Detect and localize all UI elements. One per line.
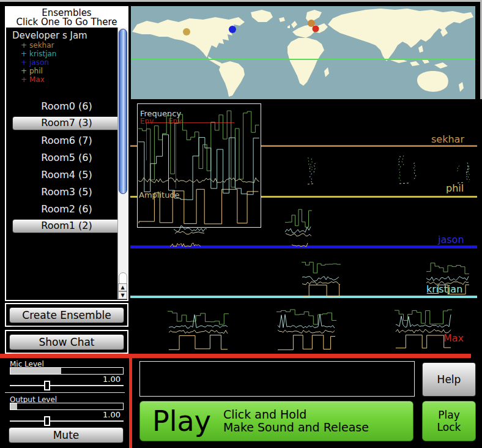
room-row: Room0 (6) (6, 97, 127, 114)
location-marker-phil (308, 20, 315, 27)
room-item[interactable]: Room4 (5) (41, 169, 92, 181)
track-label-sekhar: sekhar (431, 135, 464, 144)
waveform-trace (402, 155, 404, 166)
output-meter-fill (10, 403, 17, 409)
red-divider-bar (0, 354, 471, 358)
waveform-trace (396, 335, 451, 348)
ensemble-list-scrollbar[interactable]: ▲ ▼ (117, 28, 127, 299)
member-plus-icon: + (21, 41, 29, 50)
member-name: kristjan (29, 50, 56, 58)
track-label-kristjan: kristjan (426, 285, 462, 294)
waveform-trace (467, 166, 469, 174)
room-row: Room6 (7) (6, 132, 127, 149)
room-list: Room0 (6)Room7 (3)Room6 (7)Room5 (6)Room… (6, 97, 127, 234)
waveform-trace (169, 330, 228, 334)
waveform-trace (278, 330, 335, 333)
waveform-trace (396, 329, 451, 333)
member-item[interactable]: +jason (6, 58, 127, 67)
scroll-down-icon[interactable]: ▼ (118, 291, 127, 299)
room-row: Room5 (6) (6, 149, 127, 166)
waveform-trace (169, 335, 228, 350)
create-ensemble-container: Create Ensemble (5, 303, 128, 327)
mic-slider-thumb[interactable] (44, 381, 50, 390)
transport-panel: Help Play Click and Hold Make Sound and … (132, 358, 482, 448)
waveform-trace (399, 183, 409, 184)
play-lock-button[interactable]: Play Lock (422, 401, 476, 441)
play-button[interactable]: Play Click and Hold Make Sound and Relea… (139, 401, 413, 441)
waveform-trace (278, 335, 335, 350)
help-button[interactable]: Help (422, 362, 476, 397)
member-plus-icon: + (21, 67, 29, 75)
output-level-meter (10, 403, 124, 410)
room-row: Room4 (5) (6, 166, 127, 183)
play-lock-line2: Lock (426, 421, 472, 433)
show-chat-button[interactable]: Show Chat (9, 334, 124, 350)
ensemble-app-window: Ensembles Click One To Go There Develope… (0, 0, 482, 448)
location-marker-jason (229, 26, 236, 33)
member-name: phil (29, 67, 43, 75)
room-button[interactable]: Room1 (2) (12, 219, 121, 233)
waveform-trace (426, 263, 469, 274)
ensemble-name[interactable]: Developer s Jam (6, 28, 127, 41)
play-button-instructions: Click and Hold Make Sound and Release (223, 408, 369, 434)
play-instruction-line1: Click and Hold (223, 408, 369, 421)
play-lock-line1: Play (426, 409, 472, 421)
mute-button[interactable]: Mute (9, 427, 124, 443)
room-item[interactable]: Room6 (7) (41, 135, 92, 146)
room-row: Room3 (5) (6, 183, 127, 200)
member-name: Max (29, 75, 45, 84)
waveform-trace (458, 166, 460, 171)
member-item[interactable]: +kristjan (6, 50, 127, 58)
waveform-trace (174, 226, 207, 232)
audio-controls-panel: Mic Level 1.00 Output Level 1.00 Mute (0, 358, 129, 448)
status-display-box (139, 361, 415, 397)
mic-level-value: 1.00 (103, 375, 120, 384)
mic-meter-fill (10, 368, 61, 374)
window-top-edge (0, 0, 482, 2)
room-button[interactable]: Room7 (3) (12, 116, 121, 130)
waveform-trace (286, 234, 311, 237)
play-instruction-line2: Make Sound and Release (223, 421, 369, 434)
output-slider-track[interactable] (10, 420, 124, 422)
mic-level-meter (10, 367, 124, 375)
waveform-trace (170, 243, 201, 247)
ensembles-subtitle: Click One To Go There (6, 18, 127, 27)
waveform-trace (139, 189, 258, 224)
member-plus-icon: + (21, 58, 29, 67)
room-item[interactable]: Room0 (6) (41, 100, 92, 112)
track-label-Max: Max (443, 334, 464, 343)
create-ensemble-button[interactable]: Create Ensemble (9, 307, 124, 323)
waveform-trace (278, 314, 335, 328)
member-item[interactable]: +phil (6, 67, 127, 75)
waveform-trace (413, 163, 416, 179)
waveform-trace (138, 177, 259, 183)
room-row: Room7 (3) (6, 114, 127, 132)
location-marker-Max (313, 26, 319, 32)
room-item[interactable]: Room5 (6) (41, 152, 92, 163)
room-item[interactable]: Room2 (6) (41, 203, 92, 215)
audio-separator (5, 392, 125, 393)
room-row: Room1 (2) (6, 217, 127, 234)
room-row: Room2 (6) (6, 200, 127, 217)
waveform-trace (292, 243, 308, 247)
waveform-trace (398, 156, 400, 165)
show-chat-container: Show Chat (5, 330, 128, 354)
room-item[interactable]: Room3 (5) (41, 186, 92, 198)
output-slider-thumb[interactable] (44, 416, 50, 426)
member-item[interactable]: +Max (6, 75, 127, 84)
waveform-trace (285, 226, 311, 233)
waveform-trace (175, 231, 204, 234)
scroll-up-icon[interactable]: ▲ (118, 283, 127, 291)
performance-stage: Frequency Env Env Amplitude sekharphilja… (130, 99, 482, 354)
waveform-trace (396, 315, 451, 327)
member-name: sekhar (29, 41, 54, 50)
waveform-trace (308, 184, 314, 184)
location-marker-sekhar (183, 28, 190, 35)
waveform-layer (130, 99, 482, 354)
member-item[interactable]: +sekhar (6, 41, 127, 50)
waveform-trace (308, 157, 311, 168)
mic-slider-track[interactable] (10, 385, 124, 386)
member-plus-icon: + (21, 50, 29, 58)
member-list: +sekhar+kristjan+jason+phil+Max (6, 41, 127, 84)
scrollbar-thumb[interactable] (119, 29, 127, 194)
